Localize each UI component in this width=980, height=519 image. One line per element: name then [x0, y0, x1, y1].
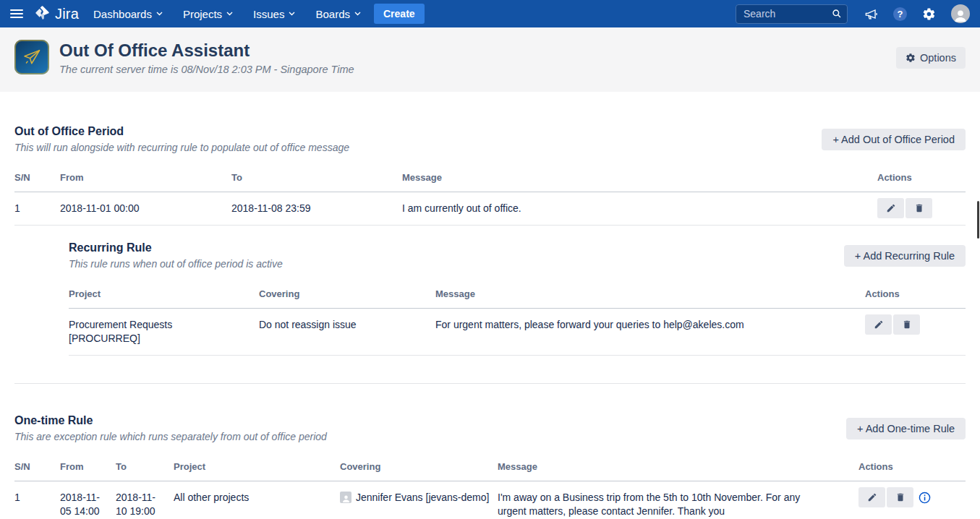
edit-button[interactable] — [858, 487, 885, 507]
period-from: 2018-11-01 00:00 — [60, 192, 231, 226]
col-header-covering: Covering — [340, 452, 498, 481]
scrollbar-thumb[interactable] — [977, 201, 979, 239]
nav-item-projects[interactable]: Projects — [183, 8, 233, 20]
help-icon[interactable]: ? — [893, 7, 907, 21]
search-box — [736, 4, 848, 24]
search-input[interactable] — [736, 4, 848, 24]
page-header: Out Of Office Assistant The current serv… — [0, 27, 980, 92]
settings-gear-icon[interactable] — [922, 7, 936, 21]
nav-item-issues[interactable]: Issues — [253, 8, 295, 20]
nav-item-dashboards[interactable]: Dashboards — [93, 8, 163, 20]
recurring-table: Project Covering Message Actions Procure… — [69, 280, 966, 356]
nav-item-boards[interactable]: Boards — [315, 8, 361, 20]
period-section-title: Out of Office Period — [14, 125, 349, 138]
table-row: 1 2018-11-05 14:00 2018-11-10 19:00 All … — [14, 481, 966, 519]
onetime-project: All other projects — [174, 481, 340, 519]
recurring-section-subtitle: This rule runs when out of office period… — [69, 258, 283, 270]
add-out-of-office-period-button[interactable]: + Add Out of Office Period — [822, 129, 966, 150]
jira-brand-text: Jira — [55, 6, 79, 22]
col-header-from: From — [60, 452, 116, 481]
add-one-time-rule-button[interactable]: + Add One-time Rule — [846, 418, 966, 439]
gear-icon — [906, 53, 916, 63]
onetime-message: I'm away on a Business trip from the 5th… — [498, 481, 858, 519]
server-time-text: The current server time is 08/Nov/18 2:0… — [59, 64, 354, 75]
col-header-actions: Actions — [858, 452, 966, 481]
period-table: S/N From To Message Actions 1 2018-11-01… — [14, 163, 966, 226]
search-icon[interactable] — [832, 9, 842, 19]
one-time-rule-section: One-time Rule This are exception rule wh… — [14, 414, 966, 519]
period-sn: 1 — [14, 192, 60, 226]
delete-button[interactable] — [906, 198, 932, 218]
chevron-down-icon — [289, 12, 295, 16]
col-header-message: Message — [435, 280, 865, 309]
onetime-to: 2018-11-10 19:00 — [116, 481, 174, 519]
pencil-icon — [867, 492, 877, 502]
period-section-subtitle: This will run alongside with recurring r… — [14, 142, 349, 153]
user-avatar[interactable] — [951, 4, 970, 23]
period-message: I am currently out of office. — [402, 192, 877, 226]
top-navbar: Jira Dashboards Projects Issues Boards C… — [0, 0, 980, 27]
announcement-icon[interactable] — [864, 7, 878, 21]
assignee-avatar — [340, 492, 351, 503]
options-button[interactable]: Options — [896, 47, 966, 69]
jira-logo-icon — [35, 5, 50, 23]
hamburger-menu-icon[interactable] — [10, 9, 23, 18]
col-header-sn: S/N — [14, 163, 60, 192]
trash-icon — [914, 203, 924, 213]
period-table-header-row: S/N From To Message Actions — [14, 163, 966, 192]
jira-logo[interactable]: Jira — [35, 5, 79, 23]
col-header-message: Message — [498, 452, 858, 481]
onetime-sn: 1 — [14, 481, 60, 519]
recurring-message: For urgent matters, please forward your … — [435, 309, 865, 356]
col-header-actions: Actions — [877, 163, 966, 192]
col-header-covering: Covering — [259, 280, 435, 309]
pencil-icon — [886, 203, 896, 213]
recurring-table-header-row: Project Covering Message Actions — [69, 280, 966, 309]
col-header-project: Project — [69, 280, 259, 309]
onetime-section-title: One-time Rule — [14, 414, 327, 427]
table-row: 1 2018-11-01 00:00 2018-11-08 23:59 I am… — [14, 192, 966, 226]
add-recurring-rule-button[interactable]: + Add Recurring Rule — [844, 245, 966, 267]
recurring-rule-section: Recurring Rule This rule runs when out o… — [14, 226, 966, 384]
trash-icon — [895, 492, 906, 502]
col-header-project: Project — [174, 452, 340, 481]
delete-button[interactable] — [887, 487, 913, 507]
col-header-from: From — [60, 163, 231, 192]
onetime-covering: Jennifer Evans [jevans-demo] — [340, 481, 498, 519]
col-header-message: Message — [402, 163, 877, 192]
recurring-section-title: Recurring Rule — [69, 241, 283, 254]
onetime-table: S/N From To Project Covering Message Act… — [14, 452, 966, 519]
recurring-project: Procurement Requests [PROCURREQ] — [69, 309, 259, 356]
info-icon — [919, 492, 931, 504]
period-to: 2018-11-08 23:59 — [231, 192, 402, 226]
edit-button[interactable] — [865, 314, 892, 335]
trash-icon — [902, 319, 912, 330]
col-header-to: To — [231, 163, 402, 192]
delete-button[interactable] — [893, 314, 920, 335]
app-paper-plane-icon — [14, 40, 49, 74]
col-header-to: To — [116, 452, 174, 481]
table-row: Procurement Requests [PROCURREQ] Do not … — [69, 309, 966, 356]
info-button[interactable] — [919, 492, 931, 504]
out-of-office-period-section: Out of Office Period This will run along… — [14, 125, 966, 384]
chevron-down-icon — [156, 12, 163, 16]
edit-button[interactable] — [877, 198, 904, 218]
col-header-sn: S/N — [14, 452, 60, 481]
chevron-down-icon — [226, 12, 233, 16]
page-header-text: Out Of Office Assistant The current serv… — [59, 40, 354, 75]
chevron-down-icon — [354, 12, 361, 16]
page-title: Out Of Office Assistant — [59, 40, 354, 61]
onetime-from: 2018-11-05 14:00 — [60, 481, 116, 519]
pencil-icon — [874, 319, 884, 330]
onetime-section-subtitle: This are exception rule which runs separ… — [14, 431, 327, 442]
col-header-actions: Actions — [865, 280, 966, 309]
recurring-covering: Do not reassign issue — [259, 309, 435, 356]
create-button[interactable]: Create — [374, 4, 425, 24]
onetime-table-header-row: S/N From To Project Covering Message Act… — [14, 452, 966, 481]
nav-menu: Dashboards Projects Issues Boards — [93, 8, 361, 20]
